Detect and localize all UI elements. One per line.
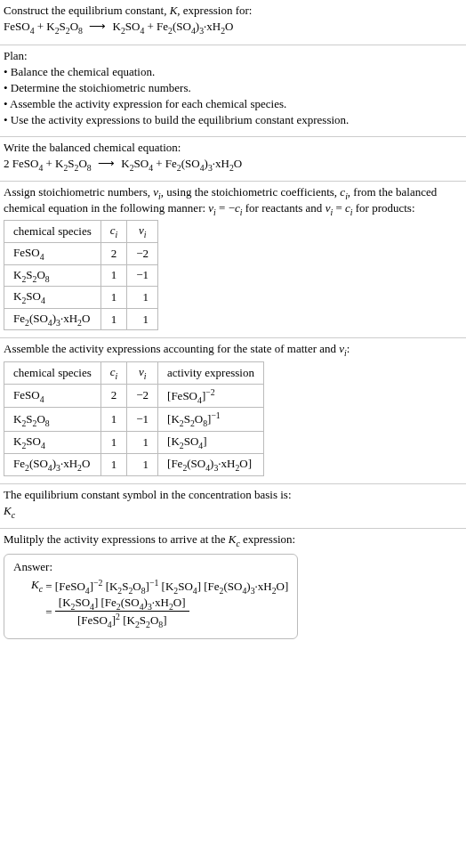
plan-section: Plan: • Balance the chemical equation. •… [0,45,466,136]
col-c: ci [100,221,127,243]
plan-item-text: Use the activity expressions to build th… [11,113,350,126]
cell-v: 1 [127,453,158,475]
kc-rhs-line2: = [K2SO4] [Fe2(SO4)3·xH2O] [FeSO4]2 [K2S… [45,596,288,630]
table-row: K2S2O8 1 −1 [K2S2O8]−1 [4,408,264,432]
kc-rhs: = [FeSO4]−2 [K2S2O8]−1 [K2SO4] [Fe2(SO4)… [45,578,288,629]
table-row: Fe2(SO4)3·xH2O 1 1 [4,308,158,330]
kc-fraction: [K2SO4] [Fe2(SO4)3·xH2O] [FeSO4]2 [K2S2O… [55,596,189,630]
cell-v: −2 [127,384,158,408]
cell-v: 1 [127,432,158,454]
table-row: K2S2O8 1 −1 [4,264,158,287]
intro-line1: Construct the equilibrium constant, K, e… [4,4,462,18]
cell-species: K2S2O8 [4,264,101,287]
plan-item-text: Determine the stoichiometric numbers. [11,81,191,94]
kc-frac-denominator: [FeSO4]2 [K2S2O8] [55,612,189,629]
cell-v: −1 [127,408,158,432]
cell-c: 1 [100,264,127,287]
plan-item: • Assemble the activity expression for e… [4,97,462,111]
balanced-section: Write the balanced chemical equation: 2 … [0,137,466,182]
cell-activity: [K2S2O8]−1 [158,408,264,432]
final-section: Mulitply the activity expressions to arr… [0,529,466,646]
kc-equation: Kc = [FeSO4]−2 [K2S2O8]−1 [K2SO4] [Fe2(S… [31,578,288,629]
table-row: K2SO4 1 1 [K2SO4] [4,432,264,454]
col-v: νi [127,221,158,243]
plan-item: • Determine the stoichiometric numbers. [4,81,462,95]
table-row: Fe2(SO4)3·xH2O 1 1 [Fe2(SO4)3·xH2O] [4,453,264,475]
cell-c: 1 [100,453,127,475]
cell-activity: [FeSO4]−2 [158,384,264,408]
activity-heading: Assemble the activity expressions accoun… [4,342,462,358]
cell-species: K2S2O8 [4,408,101,432]
cell-c: 2 [100,242,127,264]
balanced-equation: 2 FeSO4 + K2S2O8 ⟶ K2SO4 + Fe2(SO4)3·xH2… [4,157,462,173]
cell-c: 1 [100,408,127,432]
col-species: chemical species [4,221,101,243]
stoich-section: Assign stoichiometric numbers, νi, using… [0,182,466,337]
cell-activity: [Fe2(SO4)3·xH2O] [158,453,264,475]
cell-species: Fe2(SO4)3·xH2O [4,308,101,330]
table-row: FeSO4 2 −2 [FeSO4]−2 [4,384,264,408]
cell-c: 1 [100,432,127,454]
cell-v: −1 [127,264,158,287]
kc-lhs: Kc [31,578,45,594]
cell-c: 1 [100,308,127,330]
col-c: ci [100,361,127,384]
table-row: K2SO4 1 1 [4,287,158,309]
table-row: FeSO4 2 −2 [4,242,158,264]
plan-item: • Balance the chemical equation. [4,65,462,79]
symbol-value: Kc [4,504,462,520]
symbol-section: The equilibrium constant symbol in the c… [0,484,466,529]
plan-heading: Plan: [4,49,462,63]
col-activity: activity expression [158,361,264,384]
cell-species: Fe2(SO4)3·xH2O [4,453,101,475]
cell-species: FeSO4 [4,242,101,264]
final-heading: Mulitply the activity expressions to arr… [4,532,462,548]
cell-activity: [K2SO4] [158,432,264,454]
cell-v: 1 [127,308,158,330]
cell-c: 1 [100,287,127,309]
kc-rhs-line1: = [FeSO4]−2 [K2S2O8]−1 [K2SO4] [Fe2(SO4)… [45,578,288,596]
cell-v: 1 [127,287,158,309]
balanced-heading: Write the balanced chemical equation: [4,141,462,155]
answer-box: Answer: Kc = [FeSO4]−2 [K2S2O8]−1 [K2SO4… [4,554,298,639]
cell-c: 2 [100,384,127,408]
stoich-table: chemical species ci νi FeSO4 2 −2 K2S2O8… [4,220,158,330]
activity-table: chemical species ci νi activity expressi… [4,361,264,476]
plan-item: • Use the activity expressions to build … [4,113,462,127]
cell-species: K2SO4 [4,287,101,309]
answer-label: Answer: [13,560,288,574]
col-species: chemical species [4,361,101,384]
table-header-row: chemical species ci νi activity expressi… [4,361,264,384]
symbol-heading: The equilibrium constant symbol in the c… [4,488,462,502]
cell-species: K2SO4 [4,432,101,454]
activity-section: Assemble the activity expressions accoun… [0,338,466,483]
kc-frac-numerator: [K2SO4] [Fe2(SO4)3·xH2O] [55,596,189,612]
cell-v: −2 [127,242,158,264]
cell-species: FeSO4 [4,384,101,408]
stoich-heading: Assign stoichiometric numbers, νi, using… [4,185,462,216]
intro-section: Construct the equilibrium constant, K, e… [0,0,466,45]
plan-item-text: Assemble the activity expression for eac… [10,97,286,110]
plan-item-text: Balance the chemical equation. [11,65,155,78]
intro-equation: FeSO4 + K2S2O8 ⟶ K2SO4 + Fe2(SO4)3·xH2O [4,20,462,36]
table-header-row: chemical species ci νi [4,221,158,243]
col-v: νi [127,361,158,384]
